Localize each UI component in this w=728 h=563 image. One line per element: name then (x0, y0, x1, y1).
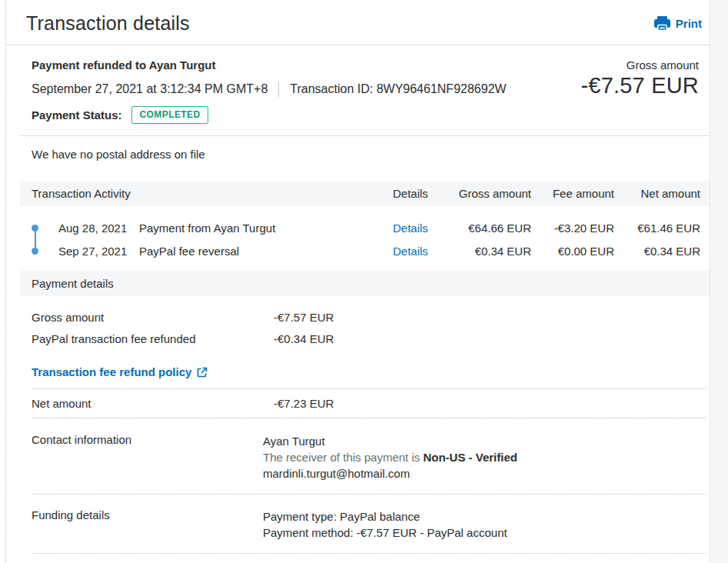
row-gross-amount: €64.66 EUR (447, 222, 531, 235)
transaction-id-value: 8WY96461NF928692W (377, 82, 507, 96)
external-link-icon (197, 367, 208, 378)
bottom-divider (32, 553, 706, 554)
payment-details-header: Payment details (20, 271, 710, 296)
payment-details-title: Payment details (32, 277, 698, 290)
policy-link-label: Transaction fee refund policy (32, 365, 191, 378)
net-amount-label: Net amount (32, 397, 274, 410)
row-description: Payment from Ayan Turgut (139, 222, 393, 235)
printer-icon (654, 16, 670, 31)
funding-details-section: Funding details Payment type: PayPal bal… (32, 508, 700, 541)
timeline-dot (32, 248, 38, 255)
row-date: Sep 27, 2021 (58, 245, 139, 258)
pd-fee-label: PayPal transaction fee refunded (32, 331, 274, 347)
funding-payment-method: Payment method: -€7.57 EUR - PayPal acco… (263, 525, 700, 541)
details-link[interactable]: Details (393, 245, 428, 258)
row-net-amount: €0.34 EUR (614, 245, 700, 258)
row-description: PayPal fee reversal (139, 245, 393, 258)
pd-fee-value: -€0.34 EUR (274, 331, 700, 347)
summary-section: Payment refunded to Ayan Turgut Septembe… (6, 45, 710, 124)
page-title: Transaction details (26, 12, 190, 35)
contact-name: Ayan Turgut (263, 433, 700, 449)
details-link[interactable]: Details (393, 222, 428, 235)
contact-receiver-line: The receiver of this payment is Non-US -… (263, 449, 700, 465)
fee-refund-policy-link[interactable]: Transaction fee refund policy (32, 365, 208, 378)
net-amount-row: Net amount -€7.23 EUR (32, 397, 700, 410)
timeline-dot (32, 225, 38, 232)
payment-refunded-line: Payment refunded to Ayan Turgut (32, 58, 507, 72)
pd-gross-label: Gross amount (32, 309, 274, 325)
transaction-activity-header: Transaction Activity Details Gross amoun… (20, 181, 710, 206)
net-amount-divider-bottom (32, 418, 706, 418)
funding-payment-type: Payment type: PayPal balance (263, 508, 700, 525)
row-fee-amount: -€3.20 EUR (531, 222, 614, 235)
gross-amount-value: -€7.57 EUR (580, 74, 699, 98)
funding-details-label: Funding details (32, 508, 263, 541)
column-header-details: Details (393, 187, 447, 200)
print-label: Print (676, 17, 702, 30)
net-amount-divider-top (32, 388, 706, 389)
net-amount-value: -€7.23 EUR (274, 397, 700, 410)
receiver-prefix: The receiver of this payment is (263, 451, 423, 464)
page-header: Transaction details Print (6, 0, 710, 45)
row-fee-amount: €0.00 EUR (531, 245, 614, 258)
row-net-amount: €61.46 EUR (614, 222, 700, 235)
transaction-id-label: Transaction ID: (290, 82, 373, 96)
receiver-status: Non-US - Verified (423, 451, 517, 464)
status-badge: COMPLETED (131, 106, 209, 124)
row-gross-amount: €0.34 EUR (447, 245, 531, 258)
column-header-net: Net amount (614, 187, 700, 200)
column-header-gross: Gross amount (447, 187, 531, 200)
contact-email: mardinli.turgut@hotmail.com (263, 465, 700, 481)
contact-funding-divider (32, 494, 706, 495)
contact-information-section: Contact information Ayan Turgut The rece… (32, 433, 700, 481)
transaction-details-card: Transaction details Print Payment refund… (5, 0, 710, 563)
table-row: Aug 28, 2021 Payment from Ayan Turgut De… (32, 216, 700, 239)
print-button[interactable]: Print (654, 16, 702, 31)
column-header-fee: Fee amount (531, 187, 614, 200)
table-row: Sep 27, 2021 PayPal fee reversal Details… (32, 239, 700, 262)
contact-information-label: Contact information (32, 433, 263, 481)
row-date: Aug 28, 2021 (58, 222, 139, 235)
payment-details-rows: Gross amount -€7.57 EUR PayPal transacti… (32, 309, 700, 347)
page-gutter (710, 0, 728, 563)
gross-amount-label: Gross amount (580, 58, 699, 72)
pd-gross-value: -€7.57 EUR (274, 309, 700, 325)
transaction-datetime: September 27, 2021 at 3:12:34 PM GMT+8 (32, 82, 268, 96)
postal-address-note: We have no postal address on file (6, 136, 710, 181)
transaction-activity-title: Transaction Activity (32, 187, 393, 200)
transaction-activity-table: Aug 28, 2021 Payment from Ayan Turgut De… (32, 216, 700, 262)
vertical-separator (278, 82, 279, 97)
payment-status-label: Payment Status: (32, 108, 122, 122)
